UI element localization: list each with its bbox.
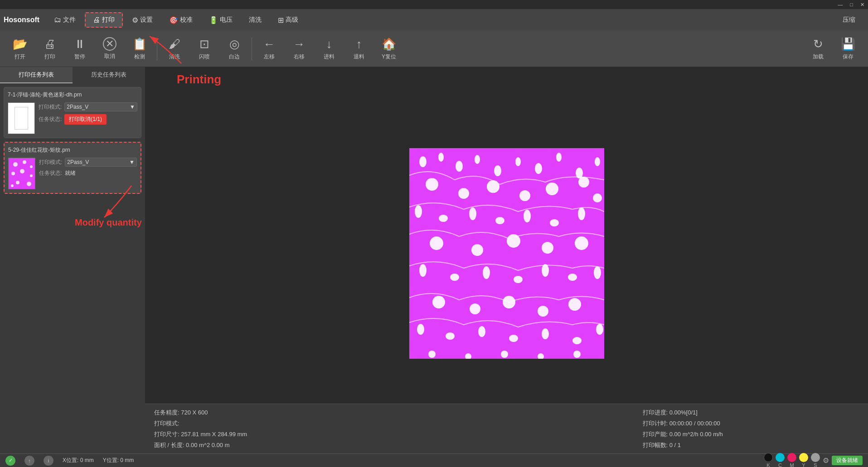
toolbar-clean-button[interactable]: 🖌 清洗 <box>160 33 189 65</box>
svg-point-34 <box>578 207 585 220</box>
feedout-icon: ↑ <box>356 37 362 51</box>
toolbar-detect-button[interactable]: 📋 检测 <box>125 33 154 65</box>
settings-icon: ⚙ <box>132 16 138 24</box>
info-resolution: 任务精度: 720 X 600 <box>154 409 371 417</box>
status-circle-green[interactable]: ✓ <box>5 456 15 466</box>
toolbar-yreset-button[interactable]: 🏠 Y复位 <box>374 33 403 65</box>
file-icon: 🗂 <box>54 16 61 24</box>
menu-item-clean[interactable]: 清洗 <box>242 13 269 27</box>
toolbar-moveleft-label: 左移 <box>264 53 275 61</box>
svg-point-22 <box>458 188 469 199</box>
menu-item-advanced-label: 高级 <box>286 16 298 24</box>
svg-point-35 <box>430 236 443 250</box>
toolbar-cancel-button[interactable]: ✕ 取消 <box>95 33 124 65</box>
toolbar-pause-button[interactable]: ⏸ 暂停 <box>65 33 94 65</box>
svg-point-15 <box>494 165 501 176</box>
minimize-button[interactable]: — <box>836 2 844 7</box>
toolbar-feedout-button[interactable]: ↑ 退料 <box>344 33 373 65</box>
svg-point-2 <box>23 160 26 164</box>
ink-dot-Y <box>799 453 808 462</box>
svg-point-16 <box>515 157 521 166</box>
svg-point-51 <box>568 298 581 311</box>
svg-rect-10 <box>409 148 604 359</box>
info-print-time: 打印计时: 00:00:00 / 00:00:00 <box>643 419 859 428</box>
svg-point-12 <box>438 153 444 162</box>
menu-item-advanced[interactable]: ⊞ 高级 <box>271 13 305 27</box>
print-icon: 🖨 <box>93 16 100 24</box>
toolbar-print-button[interactable]: 🖨 打印 <box>35 33 64 65</box>
menu-item-file[interactable]: 🗂 文件 <box>47 13 83 27</box>
task1-status-button[interactable]: 打印取消(1/1) <box>64 114 107 125</box>
svg-point-23 <box>487 180 499 193</box>
reload-icon: ↻ <box>813 37 823 51</box>
close-button[interactable]: ✕ <box>858 2 866 8</box>
ink-label-K: K <box>766 462 770 467</box>
status-circle-up[interactable]: ↑ <box>24 456 34 466</box>
menu-item-calibrate-label: 校准 <box>180 16 193 24</box>
menu-item-calibrate[interactable]: 🎯 校准 <box>162 13 200 27</box>
toolbar-moveleft-button[interactable]: ← 左移 <box>255 33 284 65</box>
svg-point-59 <box>428 351 436 358</box>
menu-item-settings[interactable]: ⚙ 设置 <box>125 13 160 27</box>
svg-point-42 <box>483 266 490 279</box>
maximize-button[interactable]: □ <box>848 2 855 7</box>
toolbar-feedin-button[interactable]: ↓ 进料 <box>315 33 344 65</box>
svg-point-29 <box>439 215 448 222</box>
toolbar-reload-button[interactable]: ↻ 加载 <box>804 33 833 65</box>
menu-item-print[interactable]: 🖨 打印 <box>85 12 123 28</box>
svg-point-30 <box>469 207 476 220</box>
menu-item-clean-label: 清洗 <box>249 16 262 24</box>
svg-point-47 <box>432 296 445 308</box>
toolbar-yreset-label: Y复位 <box>382 53 396 61</box>
menu-item-voltage[interactable]: 🔋 电压 <box>202 13 240 27</box>
ink-settings-icon[interactable]: ⚙ <box>823 456 829 465</box>
toolbar-detect-label: 检测 <box>134 53 145 61</box>
ink-M: M <box>787 453 796 467</box>
svg-point-52 <box>417 324 424 335</box>
svg-point-57 <box>572 337 582 344</box>
toolbar-sep1 <box>157 38 157 60</box>
toolbar-save-label: 保存 <box>843 53 853 61</box>
info-print-capacity: 打印产能: 0.00 m^2/h 0.00 m/h <box>643 430 859 438</box>
svg-point-41 <box>450 274 459 281</box>
ink-C: C <box>776 453 785 467</box>
task1-mode-select[interactable]: 2Pass_V ▼ <box>64 102 137 111</box>
svg-point-45 <box>568 274 577 281</box>
toolbar-sep2 <box>252 38 252 60</box>
task-tabs: 打印任务列表 历史任务列表 <box>0 67 145 83</box>
svg-point-17 <box>535 163 542 174</box>
status-bar: ✓ ↑ i X位置: 0 mm Y位置: 0 mm K C M Y S ⚙ 设备… <box>0 453 868 467</box>
yreset-icon: 🏠 <box>382 37 396 51</box>
info-area-length: 面积 / 长度: 0.00 m^2 0.00 m <box>154 441 371 449</box>
toolbar-open-button[interactable]: 📂 打开 <box>5 33 34 65</box>
tab-current-tasks[interactable]: 打印任务列表 <box>0 67 73 83</box>
menu-item-compress[interactable]: 压缩 <box>834 13 864 27</box>
status-circle-info[interactable]: i <box>44 456 53 466</box>
svg-point-48 <box>470 303 480 314</box>
svg-point-1 <box>13 162 18 167</box>
toolbar-flash-button[interactable]: ⊡ 闪喷 <box>190 33 219 65</box>
task1-mode-label: 打印模式: <box>39 103 62 111</box>
task2-mode-select[interactable]: 2Pass_V ▼ <box>65 158 137 167</box>
tab-history-tasks[interactable]: 历史任务列表 <box>73 67 145 83</box>
toolbar-moveright-label: 右移 <box>294 53 305 61</box>
toolbar-save-button[interactable]: 💾 保存 <box>834 33 863 65</box>
title-bar: — □ ✕ <box>0 0 868 9</box>
task-card-2[interactable]: 5-29-佳佳红花纹-矩纹.prn 打印模式: <box>4 142 141 194</box>
clean-icon: 🖌 <box>169 37 180 51</box>
svg-point-21 <box>426 178 438 191</box>
ink-S: S <box>811 453 820 467</box>
svg-point-4 <box>11 172 15 175</box>
task-card-1: 7-1-浮锚-涤纶-黄色迷彩-dh.prn 打印模式: 2Pass_V ▼ 任务… <box>4 87 141 138</box>
svg-point-27 <box>593 193 602 202</box>
task2-filename: 5-29-佳佳红花纹-矩纹.prn <box>8 146 137 154</box>
x-position: X位置: 0 mm <box>63 457 94 464</box>
toolbar-moveright-button[interactable]: → 右移 <box>285 33 314 65</box>
svg-point-53 <box>446 332 455 340</box>
toolbar-print-label: 打印 <box>44 53 55 61</box>
ink-dot-C <box>776 453 785 462</box>
svg-point-33 <box>550 219 559 226</box>
toolbar-whitemargin-button[interactable]: ◎ 白边 <box>220 33 249 65</box>
brand-label: Hosonsoft <box>4 16 39 24</box>
svg-point-8 <box>27 182 31 186</box>
